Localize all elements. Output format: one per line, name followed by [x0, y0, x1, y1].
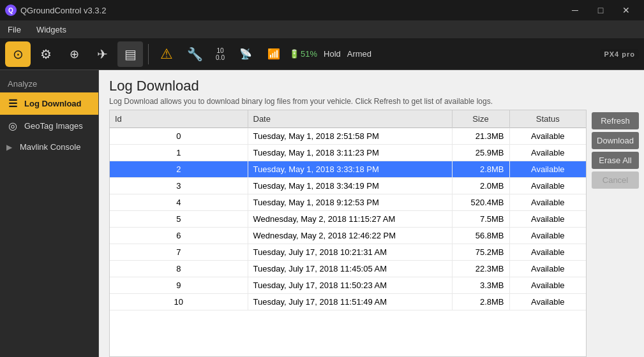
toolbar-warning-button[interactable]: ⚠ [154, 41, 179, 67]
cell-size: 56.8MB [452, 228, 509, 244]
cell-id: 2 [110, 161, 248, 178]
download-button[interactable]: Download [592, 132, 639, 149]
action-buttons: Refresh Download Erase All Cancel [587, 110, 644, 357]
cell-id: 3 [110, 178, 248, 194]
cell-date: Tuesday, July 17, 2018 11:45:05 AM [248, 261, 452, 277]
log-table-container[interactable]: Id Date Size Status 0Tuesday, May 1, 201… [109, 110, 587, 357]
cell-size: 25.9MB [452, 145, 509, 161]
cell-status: Available [509, 228, 586, 244]
sidebar-item-log-download[interactable]: ☰ Log Download [0, 92, 98, 115]
cell-date: Tuesday, May 1, 2018 3:11:23 PM [248, 145, 452, 161]
cell-date: Tuesday, July 17, 2018 11:50:23 AM [248, 277, 452, 294]
app-logo: Q [5, 4, 17, 16]
toolbar-wrench-button[interactable]: 🔧 [182, 41, 207, 67]
content-area: Log Download Log Download allows you to … [99, 70, 644, 357]
cell-date: Tuesday, July 17, 2018 10:21:31 AM [248, 244, 452, 261]
toolbar-settings-button[interactable]: ⚙ [33, 41, 59, 67]
page-title: Log Download [109, 78, 634, 94]
refresh-button[interactable]: Refresh [592, 112, 639, 129]
table-row[interactable]: 4Tuesday, May 1, 2018 9:12:53 PM520.4MBA… [110, 194, 586, 211]
cell-size: 3.3MB [452, 277, 509, 294]
cell-date: Tuesday, May 1, 2018 3:33:18 PM [248, 161, 452, 178]
cell-status: Available [509, 161, 586, 178]
sidebar-item-label: Mavlink Console [20, 142, 80, 152]
toolbar-app-button[interactable]: ⊙ [5, 41, 31, 67]
table-row[interactable]: 7Tuesday, July 17, 2018 10:21:31 AM75.2M… [110, 244, 586, 261]
erase-all-button[interactable]: Erase All [592, 152, 639, 169]
main-layout: Analyze ☰ Log Download ◎ GeoTag Images ▶… [0, 70, 644, 357]
cell-status: Available [509, 178, 586, 194]
page-description: Log Download allows you to download bina… [109, 97, 634, 106]
sidebar-item-label: GeoTag Images [24, 121, 83, 131]
table-row[interactable]: 5Wednesday, May 2, 2018 11:15:27 AM7.5MB… [110, 211, 586, 228]
menu-file[interactable]: File [5, 24, 24, 36]
cancel-button[interactable]: Cancel [592, 171, 639, 189]
cell-date: Tuesday, May 1, 2018 2:51:58 PM [248, 128, 452, 145]
title-bar: Q QGroundControl v3.3.2 ─ □ ✕ [0, 0, 644, 20]
toolbar-counter: 10 0.0 [210, 47, 230, 61]
table-row[interactable]: 0Tuesday, May 1, 2018 2:51:58 PM21.3MBAv… [110, 128, 586, 145]
cell-size: 520.4MB [452, 194, 509, 211]
cell-id: 5 [110, 211, 248, 228]
toolbar-signal1-button[interactable]: 📡 [233, 41, 258, 67]
cell-id: 4 [110, 194, 248, 211]
fly-icon: ✈ [97, 47, 108, 62]
plan-icon: ⊕ [70, 47, 79, 61]
toolbar-fly-button[interactable]: ✈ [89, 41, 115, 67]
toolbar-analyze-button[interactable]: ▤ [117, 41, 143, 67]
close-button[interactable]: ✕ [613, 0, 639, 20]
menu-widgets[interactable]: Widgets [34, 24, 69, 36]
table-row[interactable]: 3Tuesday, May 1, 2018 3:34:19 PM2.0MBAva… [110, 178, 586, 194]
toolbar-plan-button[interactable]: ⊕ [61, 41, 87, 67]
analyze-icon: ▤ [124, 47, 137, 62]
list-icon: ☰ [6, 98, 19, 110]
sidebar-item-geotag[interactable]: ◎ GeoTag Images [0, 115, 98, 137]
col-header-id: Id [110, 110, 248, 128]
content-header: Log Download Log Download allows you to … [99, 70, 644, 110]
cell-date: Wednesday, May 2, 2018 12:46:22 PM [248, 228, 452, 244]
table-row[interactable]: 1Tuesday, May 1, 2018 3:11:23 PM25.9MBAv… [110, 145, 586, 161]
cell-size: 22.3MB [452, 261, 509, 277]
geotag-icon: ◎ [6, 120, 19, 132]
sidebar-item-mavlink[interactable]: ▶ Mavlink Console [0, 137, 98, 157]
table-row[interactable]: 2Tuesday, May 1, 2018 3:33:18 PM2.8MBAva… [110, 161, 586, 178]
table-row[interactable]: 8Tuesday, July 17, 2018 11:45:05 AM22.3M… [110, 261, 586, 277]
table-row[interactable]: 9Tuesday, July 17, 2018 11:50:23 AM3.3MB… [110, 277, 586, 294]
cell-status: Available [509, 145, 586, 161]
log-table: Id Date Size Status 0Tuesday, May 1, 201… [110, 110, 586, 310]
cell-size: 75.2MB [452, 244, 509, 261]
cell-size: 7.5MB [452, 211, 509, 228]
cell-id: 6 [110, 228, 248, 244]
warning-icon: ⚠ [160, 46, 173, 62]
cell-size: 21.3MB [452, 128, 509, 145]
cell-status: Available [509, 294, 586, 310]
toolbar-signal2-button[interactable]: 📶 [261, 41, 287, 67]
menu-bar: File Widgets [0, 20, 644, 38]
app-icon: ⊙ [13, 47, 24, 62]
arrow-icon: ▶ [6, 143, 12, 152]
cell-status: Available [509, 277, 586, 294]
table-row[interactable]: 10Tuesday, July 17, 2018 11:51:49 AM2.8M… [110, 294, 586, 310]
cell-id: 8 [110, 261, 248, 277]
minimize-button[interactable]: ─ [562, 0, 588, 20]
battery-percent: 51% [301, 49, 317, 59]
cell-date: Tuesday, May 1, 2018 9:12:53 PM [248, 194, 452, 211]
sidebar: Analyze ☰ Log Download ◎ GeoTag Images ▶… [0, 70, 99, 357]
cell-status: Available [509, 244, 586, 261]
table-header-row: Id Date Size Status [110, 110, 586, 128]
cell-size: 2.8MB [452, 161, 509, 178]
cell-size: 2.8MB [452, 294, 509, 310]
cell-status: Available [509, 194, 586, 211]
wrench-icon: 🔧 [187, 47, 203, 62]
app-title: QGroundControl v3.3.2 [20, 6, 562, 15]
col-header-size: Size [452, 110, 509, 128]
table-area: Id Date Size Status 0Tuesday, May 1, 201… [99, 110, 644, 357]
col-header-status: Status [509, 110, 586, 128]
window-controls: ─ □ ✕ [562, 0, 639, 20]
cell-id: 10 [110, 294, 248, 310]
maximize-button[interactable]: □ [588, 0, 613, 20]
sidebar-analyze-section[interactable]: Analyze [0, 75, 98, 92]
cell-date: Wednesday, May 2, 2018 11:15:27 AM [248, 211, 452, 228]
signal1-icon: 📡 [239, 48, 252, 60]
table-row[interactable]: 6Wednesday, May 2, 2018 12:46:22 PM56.8M… [110, 228, 586, 244]
